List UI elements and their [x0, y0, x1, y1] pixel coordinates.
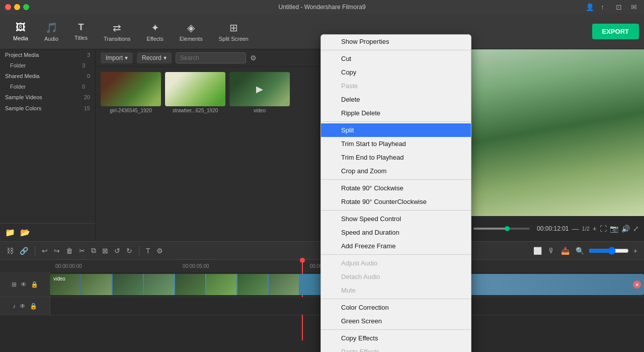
media-thumb-girl[interactable]: girl-2436545_1920 — [101, 72, 161, 236]
ctx-cut[interactable]: Cut — [321, 52, 471, 65]
ctx-trim-end-label: Trim End to Playhead — [341, 154, 404, 161]
crop-icon[interactable]: ⊠ — [101, 245, 110, 256]
rotate-left-icon[interactable]: ↺ — [113, 245, 122, 256]
expand-icon[interactable]: ⤢ — [633, 225, 639, 233]
new-folder-icon[interactable]: 📁 — [5, 228, 15, 237]
ctx-speed-duration[interactable]: Speed and Duration — [321, 226, 471, 239]
preview-right-icons: — 1/2 + ⛶ 📷 🔊 ⤢ — [572, 225, 639, 233]
person-icon[interactable]: 👤 — [586, 3, 594, 11]
ctx-show-speed[interactable]: Show Speed Control — [321, 212, 471, 226]
sidebar-project-media[interactable]: Project Media 3 — [0, 49, 95, 60]
nav-media[interactable]: 🖼 Media — [5, 19, 36, 44]
ctx-freeze-frame[interactable]: Add Freeze Frame — [321, 239, 471, 253]
window-icon[interactable]: ⊡ — [616, 3, 624, 11]
mail-icon[interactable]: ✉ — [631, 3, 639, 11]
audio-settings-icon[interactable]: ⚙ — [155, 245, 165, 256]
ctx-adjust-audio-label: Adjust Audio — [341, 259, 377, 267]
preview-progress-thumb — [505, 226, 510, 231]
undo-icon[interactable]: ↩ — [40, 245, 49, 256]
import-button[interactable]: Import ▾ — [101, 52, 133, 63]
ctx-cut-label: Cut — [341, 55, 351, 62]
zoom-icon[interactable]: 🔍 — [574, 245, 586, 256]
zoom-in-icon[interactable]: + — [593, 225, 597, 233]
fullscreen-icon[interactable]: ⛶ — [600, 225, 607, 233]
sidebar-project-folder[interactable]: Folder 3 — [0, 60, 95, 71]
zoom-out-icon[interactable]: — — [572, 225, 579, 233]
film-frame-3 — [113, 274, 143, 295]
sidebar-sample-colors[interactable]: Sample Colors 15 — [0, 103, 95, 114]
nav-splitscreen-label: Split Screen — [219, 36, 249, 42]
ctx-show-properties[interactable]: Show Properties — [321, 35, 471, 48]
ctx-color-correction[interactable]: Color Correction — [321, 301, 471, 314]
nav-transitions[interactable]: ⇄ Transitions — [96, 19, 138, 45]
toolbar-divider-2 — [139, 246, 139, 255]
ctx-show-speed-label: Show Speed Control — [341, 215, 401, 223]
nav-effects[interactable]: ✦ Effects — [138, 19, 171, 45]
screenshot-icon[interactable]: 📷 — [610, 225, 618, 233]
add-media-icon[interactable]: 📂 — [20, 228, 30, 237]
sidebar-sample-colors-count: 15 — [84, 105, 90, 111]
video-eye-icon[interactable]: 👁 — [21, 281, 27, 288]
ctx-sep-6 — [321, 299, 471, 299]
audio-eye-icon[interactable]: 👁 — [20, 303, 26, 310]
link-icon[interactable]: ⛓ — [5, 245, 15, 256]
cut-icon[interactable]: ✂ — [77, 245, 87, 256]
media-thumb-flower[interactable]: strawber...625_1920 — [165, 72, 225, 236]
ctx-split[interactable]: Split — [321, 123, 471, 137]
mark-in-icon[interactable]: ⬜ — [532, 245, 543, 256]
ctx-delete[interactable]: Delete — [321, 93, 471, 106]
record-icon[interactable]: 📥 — [559, 245, 571, 256]
video-grid-icon[interactable]: ⊞ — [12, 281, 17, 288]
ctx-copy-effects[interactable]: Copy Effects — [321, 331, 471, 345]
ctx-trim-start[interactable]: Trim Start to Playhead — [321, 137, 471, 151]
magnet-icon[interactable]: 🔗 — [18, 245, 30, 256]
ctx-detach-audio: Detach Audio — [321, 270, 471, 284]
audio-lock-icon[interactable]: 🔒 — [30, 303, 37, 310]
ctx-ripple-delete[interactable]: Ripple Delete — [321, 106, 471, 120]
ctx-adjust-audio: Adjust Audio — [321, 256, 471, 270]
nav-splitscreen[interactable]: ⊞ Split Screen — [211, 19, 257, 45]
text-icon[interactable]: T — [144, 245, 152, 256]
share-icon[interactable]: ↑ — [601, 3, 609, 11]
elements-icon: ◈ — [187, 22, 195, 34]
ctx-rotate-ccw[interactable]: Rotate 90° CounterClockwise — [321, 195, 471, 208]
search-input[interactable] — [176, 52, 246, 63]
redo-icon[interactable]: ↪ — [52, 245, 61, 256]
minimize-button[interactable] — [14, 4, 20, 10]
sidebar-sample-videos[interactable]: Sample Videos 20 — [0, 92, 95, 103]
nav-elements[interactable]: ◈ Elements — [172, 19, 211, 45]
ctx-copy[interactable]: Copy — [321, 65, 471, 79]
rotate-right-icon[interactable]: ↻ — [125, 245, 134, 256]
filter-icon[interactable]: ⚙ — [250, 54, 257, 62]
sidebar-shared-folder[interactable]: Folder 0 — [0, 82, 95, 92]
video-lock-icon[interactable]: 🔒 — [31, 281, 38, 288]
delete-icon[interactable]: 🗑 — [64, 245, 74, 256]
nav-audio[interactable]: 🎵 Audio — [36, 19, 66, 45]
export-button[interactable]: EXPORT — [592, 24, 639, 39]
import-chevron-icon: ▾ — [125, 54, 128, 61]
mark-out-icon[interactable]: 🎙 — [546, 245, 556, 256]
splitscreen-icon: ⊞ — [229, 22, 238, 34]
maximize-button[interactable] — [23, 4, 29, 10]
sidebar-shared-media[interactable]: Shared Media 0 — [0, 71, 95, 82]
ctx-crop-zoom[interactable]: Crop and Zoom — [321, 164, 471, 178]
record-label: Record — [142, 54, 162, 61]
ctx-rotate-cw[interactable]: Rotate 90° Clockwise — [321, 181, 471, 195]
media-thumb-flower-label: strawber...625_1920 — [173, 108, 218, 113]
media-thumb-video[interactable]: ▶ video — [229, 72, 290, 236]
ctx-trim-end[interactable]: Trim End to Playhead — [321, 151, 471, 164]
volume-icon[interactable]: 🔊 — [621, 225, 630, 233]
zoom-slider[interactable] — [589, 247, 629, 255]
ctx-green-screen[interactable]: Green Screen — [321, 314, 471, 328]
zoom-plus-icon[interactable]: + — [632, 245, 639, 256]
nav-titles[interactable]: T Titles — [66, 19, 96, 44]
close-button[interactable] — [5, 4, 11, 10]
copy-icon[interactable]: ⧉ — [90, 245, 98, 256]
filmstrip — [50, 274, 299, 295]
preview-progress-bar[interactable] — [473, 228, 530, 230]
clip-end-button[interactable]: ✕ — [633, 280, 641, 289]
audio-music-icon[interactable]: ♪ — [13, 303, 16, 310]
ctx-freeze-frame-label: Add Freeze Frame — [341, 242, 395, 250]
record-button[interactable]: Record ▾ — [137, 52, 172, 63]
ctx-sep-4 — [321, 210, 471, 210]
